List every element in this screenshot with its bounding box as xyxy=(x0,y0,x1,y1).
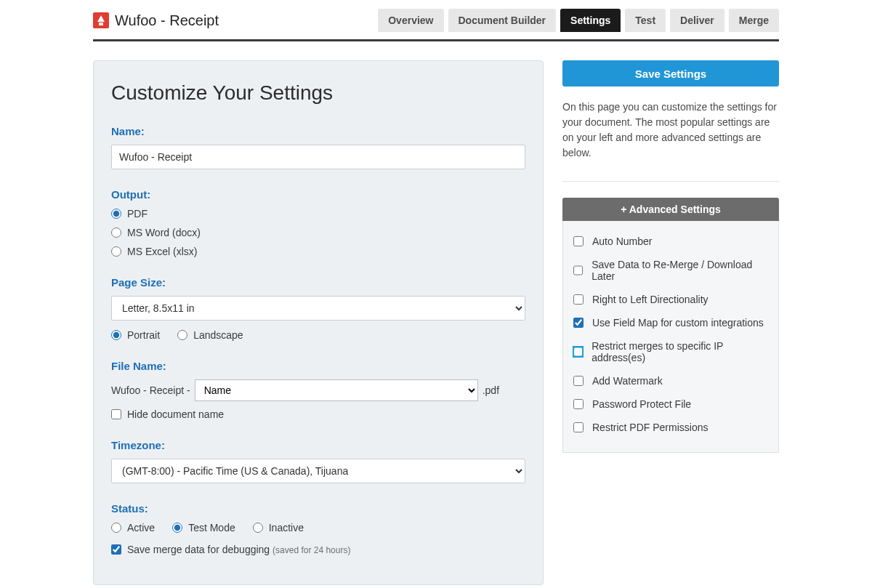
output-radio[interactable] xyxy=(111,246,121,257)
status-group: Status: ActiveTest ModeInactive Save mer… xyxy=(111,502,525,555)
status-option: Inactive xyxy=(253,522,304,533)
advanced-checkbox[interactable] xyxy=(573,376,584,386)
advanced-item: Restrict PDF Permissions xyxy=(573,416,768,439)
advanced-item-label: Right to Left Directionality xyxy=(592,294,708,305)
hide-doc-name-checkbox[interactable] xyxy=(111,409,121,419)
advanced-checkbox[interactable] xyxy=(573,318,584,328)
advanced-settings-panel: Auto NumberSave Data to Re-Merge / Downl… xyxy=(562,221,779,453)
file-name-group: File Name: Wufoo - Receipt - Name .pdf H… xyxy=(111,360,525,420)
status-radio[interactable] xyxy=(111,523,121,533)
advanced-checkbox[interactable] xyxy=(573,422,584,432)
status-radio[interactable] xyxy=(172,523,182,533)
advanced-item-label: Restrict PDF Permissions xyxy=(592,422,708,433)
orientation-option: Landscape xyxy=(177,329,243,341)
advanced-item: Password Protect File xyxy=(573,392,768,416)
timezone-select[interactable]: (GMT-8:00) - Pacific Time (US & Canada),… xyxy=(111,459,525,483)
page-size-group: Page Size: Letter, 8.5x11 in PortraitLan… xyxy=(111,276,525,341)
orientation-option: Portrait xyxy=(111,329,160,341)
orientation-label: Landscape xyxy=(193,329,243,341)
timezone-group: Timezone: (GMT-8:00) - Pacific Time (US … xyxy=(111,439,525,483)
advanced-checkbox[interactable] xyxy=(573,236,584,246)
output-option-label: MS Word (docx) xyxy=(127,227,201,238)
orientation-label: Portrait xyxy=(127,329,160,341)
timezone-label: Timezone: xyxy=(111,439,525,451)
save-settings-button[interactable]: Save Settings xyxy=(562,60,779,86)
advanced-item-label: Save Data to Re-Merge / Download Later xyxy=(592,259,768,282)
save-debug-checkbox[interactable] xyxy=(111,544,121,555)
filename-prefix: Wufoo - Receipt - xyxy=(111,384,190,396)
status-label-option: Inactive xyxy=(269,522,304,533)
tab-test[interactable]: Test xyxy=(625,9,666,32)
tab-deliver[interactable]: Deliver xyxy=(670,9,724,32)
name-label: Name: xyxy=(111,125,525,137)
status-radio[interactable] xyxy=(253,523,263,533)
advanced-item-label: Use Field Map for custom integrations xyxy=(592,317,764,329)
output-radio[interactable] xyxy=(111,209,121,219)
status-label: Status: xyxy=(111,502,525,515)
name-group: Name: xyxy=(111,125,525,169)
filename-field-select[interactable]: Name xyxy=(195,379,478,401)
advanced-item: Right to Left Directionality xyxy=(573,288,768,311)
tab-document-builder[interactable]: Document Builder xyxy=(448,9,557,32)
output-option-label: MS Excel (xlsx) xyxy=(127,246,197,257)
file-name-label: File Name: xyxy=(111,360,525,372)
settings-panel: Customize Your Settings Name: Output: PD… xyxy=(93,60,544,585)
status-label-option: Test Mode xyxy=(188,522,235,533)
advanced-settings-toggle[interactable]: + Advanced Settings xyxy=(562,198,779,221)
advanced-checkbox[interactable] xyxy=(573,265,583,275)
advanced-item: Save Data to Re-Merge / Download Later xyxy=(573,253,768,288)
status-label-option: Active xyxy=(127,522,155,533)
page-size-label: Page Size: xyxy=(111,276,525,289)
advanced-item: Auto Number xyxy=(573,230,768,253)
hide-doc-name-label: Hide document name xyxy=(127,408,224,420)
sidebar-description: On this page you can customize the setti… xyxy=(562,100,779,161)
document-title: Wufoo - Receipt xyxy=(115,12,219,29)
advanced-checkbox[interactable] xyxy=(573,294,584,305)
status-option: Active xyxy=(111,522,155,533)
pdf-app-icon xyxy=(93,12,109,28)
advanced-item-label: Auto Number xyxy=(592,235,652,247)
advanced-item: Restrict merges to specific IP address(e… xyxy=(573,334,768,369)
advanced-item-label: Add Watermark xyxy=(592,375,663,387)
header-bar: Wufoo - Receipt OverviewDocument Builder… xyxy=(93,0,779,41)
status-option: Test Mode xyxy=(172,522,235,533)
main-tabs: OverviewDocument BuilderSettingsTestDeli… xyxy=(378,9,779,32)
sidebar-divider xyxy=(562,181,779,182)
output-label: Output: xyxy=(111,188,525,201)
advanced-item-label: Restrict merges to specific IP address(e… xyxy=(592,340,768,363)
orientation-radio[interactable] xyxy=(111,330,121,340)
tab-merge[interactable]: Merge xyxy=(729,9,779,32)
tab-overview[interactable]: Overview xyxy=(378,9,443,32)
output-group: Output: PDFMS Word (docx)MS Excel (xlsx) xyxy=(111,188,525,257)
save-debug-label: Save merge data for debugging (saved for… xyxy=(127,544,350,555)
output-option: PDF xyxy=(111,208,525,220)
advanced-item: Use Field Map for custom integrations xyxy=(573,311,768,334)
tab-settings[interactable]: Settings xyxy=(560,9,621,32)
advanced-checkbox[interactable] xyxy=(573,399,584,409)
page-title: Customize Your Settings xyxy=(111,81,525,105)
name-input[interactable] xyxy=(111,145,525,169)
output-option: MS Excel (xlsx) xyxy=(111,246,525,257)
advanced-checkbox[interactable] xyxy=(573,347,583,357)
filename-suffix: .pdf xyxy=(483,384,499,396)
page-size-select[interactable]: Letter, 8.5x11 in xyxy=(111,296,525,321)
advanced-item-label: Password Protect File xyxy=(592,398,691,410)
output-option: MS Word (docx) xyxy=(111,227,525,238)
advanced-item: Add Watermark xyxy=(573,369,768,392)
output-radio[interactable] xyxy=(111,227,121,238)
side-panel: Save Settings On this page you can custo… xyxy=(562,60,779,585)
brand: Wufoo - Receipt xyxy=(93,12,219,29)
orientation-radio[interactable] xyxy=(177,330,187,340)
output-option-label: PDF xyxy=(127,208,148,220)
